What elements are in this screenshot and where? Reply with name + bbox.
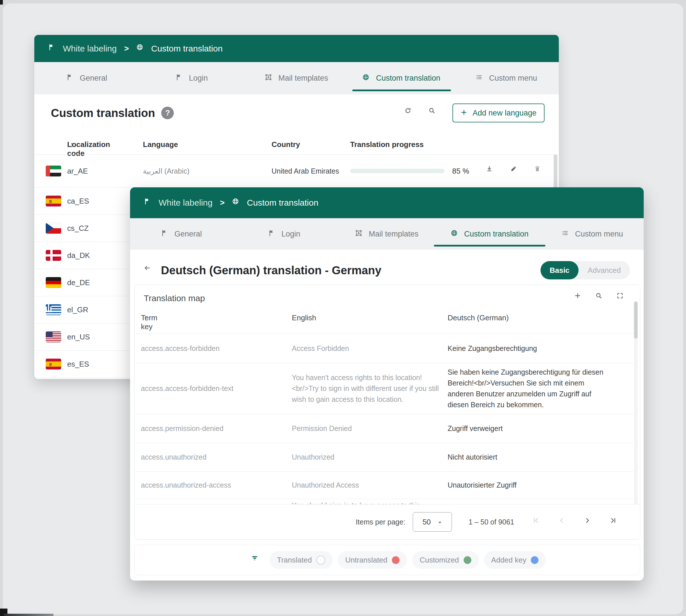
list-icon <box>476 74 484 83</box>
localization-code: de_DE <box>67 278 90 287</box>
flag-cz-icon <box>46 223 61 234</box>
chip-label: Customized <box>419 556 459 565</box>
progress-percent: 85 % <box>452 167 469 175</box>
chip-translated[interactable]: Translated <box>270 551 333 569</box>
search-icon[interactable] <box>595 292 606 303</box>
term-row[interactable]: access.unauthorized-access Unauthorized … <box>135 471 634 499</box>
items-per-page-label: Items per page: <box>356 518 405 526</box>
pagination-range: 1 – 50 of 9061 <box>468 518 514 526</box>
flag-es-icon <box>46 196 61 206</box>
back-tabs: General Login Mail templates Custom tran… <box>34 62 559 94</box>
col-english[interactable]: English <box>292 313 316 322</box>
app-canvas: White labeling > Custom translation Gene… <box>0 0 686 616</box>
tab-label: General <box>80 74 107 83</box>
localization-code: el_GR <box>67 305 88 314</box>
tab-label: Custom menu <box>575 229 623 239</box>
filter-icon[interactable] <box>251 555 261 565</box>
localization-code: ar_AE <box>67 167 88 175</box>
chip-customized[interactable]: Customized <box>412 551 479 569</box>
progress-bar <box>350 169 444 173</box>
flag-icon <box>66 74 75 83</box>
language-row-ar-AE[interactable]: ar_AE العربية (Arabic) United Arab Emira… <box>34 154 559 188</box>
globe-icon <box>451 229 460 239</box>
breadcrumb-app[interactable]: White labeling <box>159 198 212 207</box>
sort-asc-icon: ↑ <box>144 313 147 322</box>
add-button-label: Add new language <box>473 109 536 117</box>
chip-added-key[interactable]: Added key <box>484 551 546 569</box>
term-key: access.access-forbidden <box>141 343 285 354</box>
term-row[interactable]: access.permission-denied Permission Deni… <box>135 414 634 443</box>
german-value[interactable]: Keine Zugangsberechtigung <box>448 343 603 354</box>
col-german[interactable]: Deutsch (German) <box>448 313 509 322</box>
first-page-icon[interactable] <box>532 517 542 527</box>
tab-custom-translation[interactable]: Custom translation <box>438 218 541 250</box>
tab-label: Mail templates <box>278 74 328 83</box>
toggle-advanced[interactable]: Advanced <box>578 261 630 280</box>
english-value: Unauthorized Access <box>292 480 440 490</box>
col-language[interactable]: Language <box>143 140 178 149</box>
german-value[interactable]: Unautorisierter Zugriff <box>448 480 603 490</box>
english-value: Permission Denied <box>292 423 440 434</box>
pagination-bar: Items per page: 50 1 – 50 of 9061 <box>135 504 640 540</box>
refresh-icon[interactable] <box>405 107 416 119</box>
flag-dk-icon <box>46 250 61 261</box>
translation-map-panel: Translation map Term key↑ English Deutsc… <box>134 285 640 540</box>
mail-template-icon <box>265 74 274 83</box>
language-name: العربية (Arabic) <box>143 167 189 175</box>
tab-label: Custom menu <box>489 74 537 83</box>
tab-login[interactable]: Login <box>139 62 244 94</box>
german-value[interactable]: Sie haben keine Zugangsberechtigung für … <box>448 367 603 410</box>
delete-icon[interactable] <box>534 165 545 177</box>
fullscreen-icon[interactable] <box>617 292 627 303</box>
tab-mail-templates[interactable]: Mail templates <box>336 218 438 250</box>
edit-icon[interactable] <box>510 165 522 177</box>
term-row[interactable]: access.access-forbidden-text You haven't… <box>135 362 634 414</box>
pagination-nav <box>532 517 619 527</box>
term-key: access.access-forbidden-text <box>141 383 285 394</box>
tab-label: Custom translation <box>464 229 528 239</box>
term-key: access.unauthorized-access <box>141 480 285 490</box>
items-per-page-select[interactable]: 50 <box>413 512 452 532</box>
white-labeling-flag-icon <box>144 198 154 207</box>
country-name: United Arab Emirates <box>272 167 339 175</box>
download-icon[interactable] <box>486 165 497 177</box>
help-icon[interactable] <box>161 107 174 119</box>
breadcrumb-app[interactable]: White labeling <box>63 44 117 53</box>
tab-label: Login <box>281 229 300 239</box>
term-row[interactable]: access.unauthorized Unauthorized Nicht a… <box>135 443 634 471</box>
toggle-basic[interactable]: Basic <box>541 261 578 280</box>
tab-label: Mail templates <box>369 229 418 239</box>
filter-bar: Translated Untranslated Customized Added… <box>134 545 640 575</box>
german-value[interactable]: Nicht autorisiert <box>448 452 603 462</box>
back-arrow-icon[interactable] <box>144 265 155 276</box>
search-icon[interactable] <box>429 107 440 119</box>
chip-untranslated[interactable]: Untranslated <box>338 551 407 569</box>
add-term-icon[interactable] <box>574 292 585 303</box>
previous-page-icon[interactable] <box>558 517 568 527</box>
screen-edge-accent <box>3 614 53 616</box>
col-country[interactable]: Country <box>272 140 300 149</box>
tab-custom-menu[interactable]: Custom menu <box>541 218 644 250</box>
front-window-content: Deutsch (German) translation - Germany B… <box>130 250 644 580</box>
tab-login[interactable]: Login <box>233 218 335 250</box>
tab-general[interactable]: General <box>130 218 233 250</box>
tab-general[interactable]: General <box>34 62 139 94</box>
term-key: access.unauthorized <box>141 452 285 462</box>
language-table-header: Localization code↑ Language Country Tran… <box>34 140 559 150</box>
tab-custom-translation[interactable]: Custom translation <box>349 62 454 94</box>
german-value[interactable]: Zugriff verweigert <box>448 423 603 434</box>
chip-label: Added key <box>491 556 526 565</box>
term-row[interactable]: access.access-forbidden Access Forbidden… <box>135 333 634 363</box>
next-page-icon[interactable] <box>584 517 594 527</box>
translation-table-header: Term key↑ English Deutsch (German) <box>135 313 640 328</box>
last-page-icon[interactable] <box>610 517 619 527</box>
flag-de-icon <box>46 277 61 288</box>
tab-custom-menu[interactable]: Custom menu <box>454 62 559 94</box>
col-translation-progress[interactable]: Translation progress <box>350 140 424 149</box>
add-new-language-button[interactable]: Add new language <box>453 104 545 123</box>
tab-mail-templates[interactable]: Mail templates <box>244 62 349 94</box>
scrollbar[interactable] <box>634 302 638 504</box>
breadcrumb-page: Custom translation <box>247 198 318 207</box>
tab-label: General <box>174 229 202 239</box>
scrollbar-thumb[interactable] <box>634 302 638 338</box>
